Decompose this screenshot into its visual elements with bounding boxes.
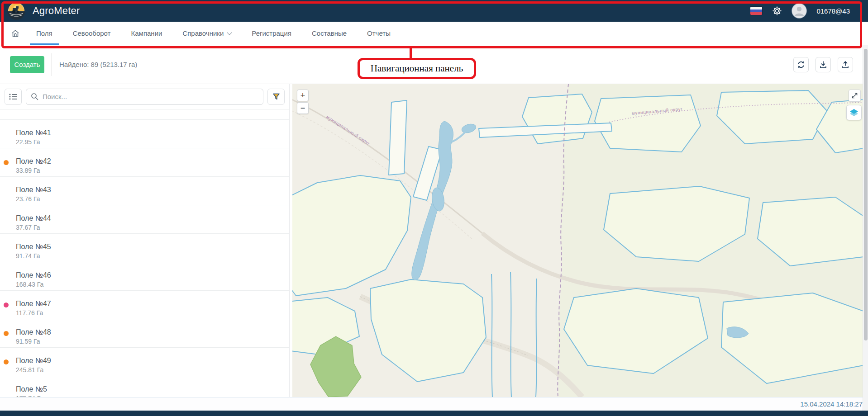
toolbar-separator — [51, 53, 52, 76]
field-area: 91.74 Га — [16, 253, 289, 260]
tab-5[interactable]: Регистрация — [245, 22, 298, 45]
found-count: Найдено: 89 (5213.17 га) — [59, 61, 137, 68]
field-title: Поле №41 — [16, 128, 289, 137]
field-area: 245.81 Га — [16, 367, 289, 373]
field-title: Поле №5 — [16, 385, 289, 393]
gear-icon[interactable] — [772, 6, 782, 16]
page-scrollbar[interactable] — [863, 45, 868, 411]
list-item[interactable]: Поле №4437.67 Га — [0, 205, 289, 234]
create-button[interactable]: Создать — [10, 56, 44, 73]
status-dot — [4, 303, 9, 307]
field-area: 23.76 Га — [16, 196, 289, 203]
scrollbar-thumb[interactable] — [864, 49, 868, 340]
status-bar: 15.04.2024 14:18:27 — [0, 397, 868, 411]
list-item[interactable]: Поле №4122.95 Га — [0, 120, 289, 148]
field-title: Поле №42 — [16, 157, 289, 165]
list-item[interactable]: Поле №4891.59 Га — [0, 319, 289, 348]
fields-sidebar: 19.34 ГаПоле №4122.95 ГаПоле №4233.89 Га… — [0, 84, 290, 397]
nav-tabs: ПоляСевооборотКампанииСправочникиРегистр… — [30, 22, 397, 45]
field-list-viewport[interactable]: 19.34 ГаПоле №4122.95 ГаПоле №4233.89 Га… — [0, 109, 289, 397]
field-title: Поле №47 — [16, 299, 289, 308]
field-title: Поле №46 — [16, 271, 289, 279]
field-title: Поле №48 — [16, 328, 289, 336]
home-icon[interactable] — [11, 29, 20, 38]
layers-icon — [849, 108, 859, 118]
zoom-in-button[interactable]: + — [297, 90, 309, 101]
upload-button[interactable] — [838, 57, 853, 72]
list-view-button[interactable] — [5, 89, 22, 105]
toolbar: Создать Найдено: 89 (5213.17 га) — [0, 45, 868, 84]
app-title: AgroMeter — [33, 5, 80, 17]
field-title: Поле №45 — [16, 242, 289, 251]
field-area: 22.95 Га — [16, 139, 289, 146]
list-item[interactable]: Поле №4323.76 Га — [0, 177, 289, 205]
filter-icon — [272, 93, 281, 100]
layers-button[interactable] — [846, 105, 862, 120]
list-item[interactable]: Поле №4591.74 Га — [0, 234, 289, 262]
field-area: 117.76 Га — [16, 310, 289, 317]
list-item[interactable]: Поле №4233.89 Га — [0, 148, 289, 177]
tab-7[interactable]: Отчеты — [361, 22, 397, 45]
zoom-out-button[interactable]: − — [297, 102, 309, 114]
timestamp: 15.04.2024 14:18:27 — [800, 400, 863, 408]
status-dot — [4, 359, 9, 364]
ru-flag-icon[interactable] — [750, 7, 762, 15]
list-view-icon — [9, 93, 17, 100]
download-button[interactable] — [816, 57, 831, 72]
list-item[interactable]: Поле №5175.74 Га — [0, 376, 289, 397]
filter-button[interactable] — [267, 89, 285, 105]
status-dot — [4, 331, 9, 336]
field-title: Поле №49 — [16, 356, 289, 365]
map-zoom-controls: + − — [297, 90, 309, 114]
list-item[interactable]: Поле №49245.81 Га — [0, 348, 289, 376]
map-image: муниципальный округ муниципальный округ — [292, 84, 863, 397]
user-id[interactable]: 01678@43 — [816, 7, 850, 15]
field-title: Поле №44 — [16, 214, 289, 222]
upload-icon — [841, 60, 850, 69]
sidebar-controls — [0, 84, 289, 109]
field-title: Поле №43 — [16, 185, 289, 194]
field-area: 37.67 Га — [16, 224, 289, 231]
list-item[interactable]: 19.34 Га — [0, 109, 289, 120]
refresh-icon — [796, 60, 806, 69]
nav-bar: ПоляСевооборотКампанииСправочникиРегистр… — [0, 22, 868, 45]
tab-3[interactable]: Кампании — [125, 22, 169, 45]
tab-4[interactable]: Справочники — [176, 22, 238, 45]
download-icon — [819, 60, 828, 69]
field-area: 33.89 Га — [16, 167, 289, 174]
expand-icon — [851, 92, 858, 99]
status-dot — [4, 160, 9, 165]
map-canvas[interactable]: муниципальный округ муниципальный округ … — [292, 84, 863, 397]
field-area: 91.59 Га — [16, 338, 289, 345]
list-item[interactable]: Поле №46168.43 Га — [0, 262, 289, 291]
avatar[interactable] — [792, 4, 806, 18]
fullscreen-button[interactable] — [849, 90, 861, 102]
field-list: 19.34 ГаПоле №4122.95 ГаПоле №4233.89 Га… — [0, 109, 289, 397]
refresh-button[interactable] — [793, 57, 809, 72]
footer-strip — [0, 411, 868, 416]
app-header: AgroMeter 01678@43 — [0, 0, 868, 22]
agrometer-logo-icon — [7, 2, 25, 20]
tab-1[interactable]: Поля — [30, 22, 59, 45]
tab-6[interactable]: Составные — [305, 22, 353, 45]
field-area: 168.43 Га — [16, 281, 289, 288]
search-input[interactable] — [26, 89, 263, 105]
chevron-down-icon — [227, 30, 232, 35]
list-item[interactable]: Поле №47117.76 Га — [0, 291, 289, 319]
tab-2[interactable]: Севооборот — [67, 22, 117, 45]
